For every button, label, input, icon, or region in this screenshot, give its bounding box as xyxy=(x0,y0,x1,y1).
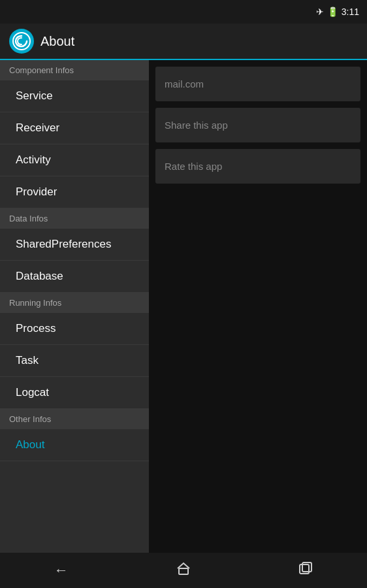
sidebar-item-receiver[interactable]: Receiver xyxy=(0,112,149,144)
sidebar-item-about-label: About xyxy=(16,438,44,451)
sidebar-item-process[interactable]: Process xyxy=(0,313,149,345)
sidebar-item-provider-label: Provider xyxy=(16,186,57,199)
svg-rect-1 xyxy=(179,568,188,574)
sidebar-item-about[interactable]: About xyxy=(0,429,149,461)
section-header-other: Other Infos xyxy=(0,409,149,429)
back-button[interactable]: ← xyxy=(42,557,81,583)
sidebar-item-database[interactable]: Database xyxy=(0,261,149,293)
section-header-running: Running Infos xyxy=(0,293,149,313)
sidebar-item-database-label: Database xyxy=(16,270,63,283)
sidebar-item-task-label: Task xyxy=(16,354,39,367)
home-button[interactable] xyxy=(164,557,203,583)
status-icons: ✈ 🔋 3:11 xyxy=(316,7,359,17)
content-card-share[interactable]: Share this app xyxy=(155,108,360,142)
section-header-data: Data Infos xyxy=(0,208,149,229)
content-card-email-text: mail.com xyxy=(165,78,204,90)
recents-button[interactable] xyxy=(286,557,325,583)
sidebar-item-sharedpreferences-label: SharedPreferences xyxy=(16,238,111,251)
section-header-component: Component Infos xyxy=(0,60,149,80)
sidebar-item-service-label: Service xyxy=(16,90,53,103)
sidebar-item-receiver-label: Receiver xyxy=(16,122,59,135)
sidebar-item-activity-label: Activity xyxy=(16,154,51,167)
sidebar-item-process-label: Process xyxy=(16,322,56,335)
main-layout: Component Infos Service Receiver Activit… xyxy=(0,60,367,553)
content-area: mail.com Share this app Rate this app xyxy=(149,60,367,553)
content-card-rate-text: Rate this app xyxy=(165,161,222,172)
status-time: 3:11 xyxy=(342,7,359,17)
sidebar-item-logcat-label: Logcat xyxy=(16,386,49,399)
sidebar-item-logcat[interactable]: Logcat xyxy=(0,377,149,409)
app-bar: About xyxy=(0,24,367,60)
airplane-mode-icon: ✈ xyxy=(316,7,324,17)
back-icon: ← xyxy=(54,562,69,579)
sidebar-item-service[interactable]: Service xyxy=(0,80,149,112)
sidebar-item-activity[interactable]: Activity xyxy=(0,144,149,176)
logo-icon xyxy=(12,32,31,50)
recents-icon xyxy=(298,561,313,580)
sidebar-item-task[interactable]: Task xyxy=(0,345,149,377)
sidebar: Component Infos Service Receiver Activit… xyxy=(0,60,149,553)
sidebar-item-sharedpreferences[interactable]: SharedPreferences xyxy=(0,229,149,261)
content-card-share-text: Share this app xyxy=(165,120,228,131)
status-bar: ✈ 🔋 3:11 xyxy=(0,0,367,24)
content-card-rate[interactable]: Rate this app xyxy=(155,149,360,184)
sidebar-item-provider[interactable]: Provider xyxy=(0,176,149,208)
home-icon xyxy=(176,561,191,580)
app-bar-title: About xyxy=(40,34,74,49)
app-logo xyxy=(9,29,34,54)
nav-bar: ← xyxy=(0,553,367,588)
content-card-email: mail.com xyxy=(155,67,360,101)
battery-icon: 🔋 xyxy=(327,7,338,17)
